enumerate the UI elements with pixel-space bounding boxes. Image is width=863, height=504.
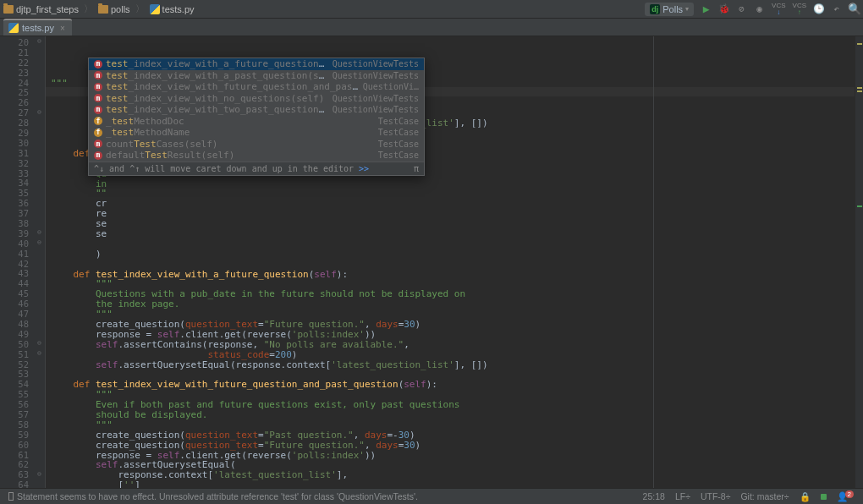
lock-icon[interactable]: 🔒 [800,491,811,502]
status-message: Statement seems to have no effect. Unres… [17,491,418,501]
code-line[interactable]: [''] [51,480,849,488]
method-icon: m [94,106,102,114]
breadcrumb-project[interactable]: djtp_first_steps [3,4,79,14]
completion-hint-link[interactable]: >> [359,164,369,173]
run-config-combo[interactable]: djPolls▾ [645,3,694,16]
code-line[interactable]: cr [51,199,849,209]
close-icon[interactable]: × [60,24,65,33]
tab-tests-py[interactable]: tests.py× [3,19,72,36]
completion-item[interactable]: f_testMethodNameTestCase [89,127,424,139]
code-line[interactable]: create_question(question_text="Past ques… [51,430,849,441]
sync-icon[interactable]: ◉ [754,3,765,14]
code-line[interactable]: self.assertQuerysetEqual(response.contex… [51,360,849,370]
status-bar: Statement seems to have no effect. Unres… [0,488,863,504]
breadcrumb-file[interactable]: tests.py [150,4,195,14]
breadcrumb-app[interactable]: polls [98,4,130,14]
notifications-icon[interactable]: 👤2 [837,491,856,502]
file-encoding[interactable]: UTF-8÷ [701,491,731,501]
field-icon: f [94,129,102,137]
error-stripe[interactable] [855,36,863,488]
fold-gutter[interactable]: ⊖⊖⊖⊖⊖⊖⊖ [34,36,46,488]
chevron-right-icon: 〉 [84,3,93,15]
code-line[interactable]: se [51,219,849,229]
code-line[interactable]: def test_index_view_with_future_question… [51,380,849,390]
caret-position[interactable]: 25:18 [643,491,665,501]
code-line[interactable]: should be displayed. [51,410,849,420]
django-icon: dj [650,4,660,14]
vcs-commit-button[interactable]: VCS↑ [793,3,806,16]
code-line[interactable] [51,239,849,249]
python-file-icon [8,23,19,33]
completion-item[interactable]: mdefaultTestResult(self)TestCase [89,150,424,162]
code-line[interactable]: ) [51,249,849,260]
completion-item[interactable]: mtest_index_view_with_no_questions(self)… [89,93,424,105]
search-everywhere-icon[interactable]: 🔍 [849,3,860,14]
completion-item[interactable]: mtest_index_view_with_future_question_an… [89,81,424,93]
code-line[interactable]: def test_index_view_with_a_future_questi… [51,270,849,280]
method-icon: m [94,83,102,91]
code-line[interactable]: response = self.client.get(reverse('poll… [51,330,849,340]
ok-marker[interactable] [857,205,862,207]
completion-hint: ^↓ and ^↑ will move caret down and up in… [89,162,424,175]
code-line[interactable]: "" [51,189,849,199]
completion-item[interactable]: mtest_index_view_with_a_future_question(… [89,58,424,70]
python-file-icon [150,4,160,14]
chevron-down-icon: ▾ [685,5,689,13]
method-icon: m [94,140,102,148]
code-line[interactable]: self.assertContains(response, "No polls … [51,340,849,350]
line-separator[interactable]: LF÷ [675,491,690,501]
chevron-right-icon: 〉 [135,3,145,15]
run-button[interactable]: ▶ [701,3,712,14]
revert-button[interactable]: ↶ [831,3,842,14]
folder-icon [3,5,14,14]
method-icon: m [94,151,102,160]
completion-item[interactable]: mtest_index_view_with_a_past_question(se… [89,70,424,82]
debug-button[interactable]: 🐞 [718,3,729,14]
tool-window-icon[interactable] [8,492,14,501]
warning-marker[interactable] [857,87,862,89]
editor-tabs: tests.py× [0,19,863,36]
navigation-bar: djtp_first_steps 〉 polls 〉 tests.py djPo… [0,0,863,19]
right-margin-guide [653,36,654,488]
code-line[interactable]: se [51,229,849,239]
line-number-gutter[interactable]: 2021222324252627282930313233343536373839… [0,36,34,488]
method-icon: m [94,71,102,79]
code-line[interactable]: """ [51,420,849,430]
code-line[interactable]: in [51,179,849,189]
code-line[interactable]: re [51,209,849,219]
completion-item[interactable]: mtest_index_view_with_two_past_questions… [89,104,424,116]
completion-popup[interactable]: mtest_index_view_with_a_future_question(… [88,58,425,176]
inspection-indicator[interactable] [821,494,827,500]
git-branch[interactable]: Git: master÷ [740,491,789,501]
warning-marker[interactable] [857,43,862,45]
history-button[interactable]: 🕒 [813,3,824,14]
method-icon: m [94,94,102,102]
stop-button[interactable]: ⊘ [736,3,747,14]
vcs-update-button[interactable]: VCS↓ [772,3,785,16]
folder-icon [98,5,108,14]
method-icon: m [94,60,102,68]
completion-item[interactable]: f_testMethodDocTestCase [89,116,424,128]
code-line[interactable]: response.context['latest_question_list']… [51,470,849,480]
code-line[interactable]: the index page. [51,299,849,310]
breadcrumb[interactable]: djtp_first_steps 〉 polls 〉 tests.py [3,3,645,15]
completion-item[interactable]: mcountTestCases(self)TestCase [89,139,424,151]
field-icon: f [94,117,102,125]
warning-marker[interactable] [857,90,862,92]
